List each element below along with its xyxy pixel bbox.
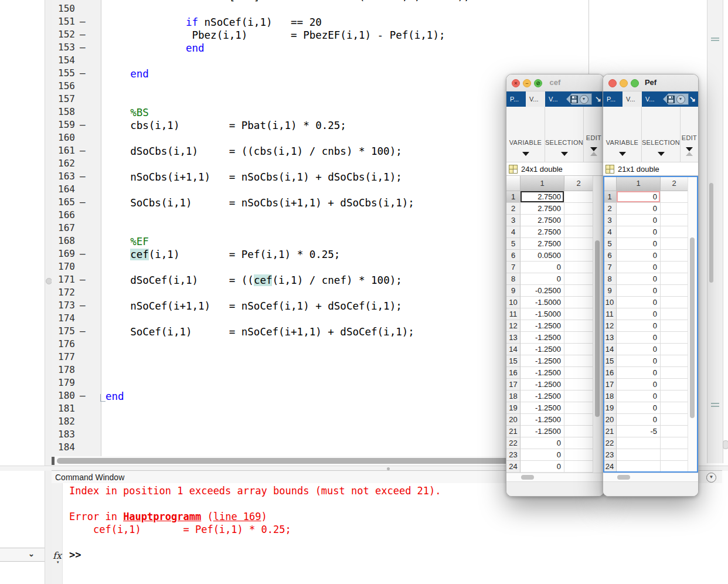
row-header[interactable]: 4 xyxy=(506,226,521,238)
cell[interactable] xyxy=(661,250,688,262)
row-header[interactable]: 15 xyxy=(603,355,617,367)
gutter-line[interactable]: 181 xyxy=(52,403,101,416)
cell[interactable] xyxy=(564,203,593,215)
gutter-line[interactable]: 171– xyxy=(52,274,101,287)
cell[interactable]: -1.2500 xyxy=(521,414,564,426)
gutter-line[interactable]: 182 xyxy=(52,416,101,429)
section-dropdown-icon[interactable] xyxy=(561,152,568,156)
gutter-line[interactable]: 166 xyxy=(52,209,101,222)
cell[interactable]: 2.7500 xyxy=(521,238,564,250)
gutter-line[interactable]: 173– xyxy=(52,300,101,313)
cell[interactable] xyxy=(564,215,593,226)
tab-plots[interactable]: P... xyxy=(603,91,622,107)
cef-hscrollbar[interactable] xyxy=(506,473,604,481)
column-header-2[interactable]: 2 xyxy=(564,176,593,191)
row-header[interactable]: 21 xyxy=(506,426,521,437)
row-header[interactable]: 17 xyxy=(506,379,521,391)
cell[interactable]: -1.2500 xyxy=(521,344,564,355)
cell[interactable]: 0 xyxy=(617,367,661,379)
pef-hscrollbar[interactable] xyxy=(603,473,698,481)
cell[interactable] xyxy=(564,414,593,426)
row-header[interactable]: 22 xyxy=(506,437,521,449)
cell[interactable]: -1.2500 xyxy=(521,320,564,332)
gutter-line[interactable]: 153– xyxy=(52,42,101,55)
cef-vscrollbar-thumb[interactable] xyxy=(595,240,600,417)
row-header[interactable]: 1 xyxy=(603,191,617,203)
section-dropdown-icon[interactable] xyxy=(619,152,626,156)
row-header[interactable]: 14 xyxy=(506,344,521,355)
tab-variable[interactable]: V... xyxy=(526,91,545,107)
cell[interactable] xyxy=(617,449,661,461)
code-line[interactable]: end xyxy=(101,42,589,55)
gutter-line[interactable]: 150 xyxy=(52,3,101,16)
row-header[interactable]: 20 xyxy=(506,414,521,426)
gutter-line[interactable]: 180– xyxy=(52,390,101,403)
cell[interactable] xyxy=(564,344,593,355)
cef-hscrollbar-thumb[interactable] xyxy=(521,475,534,480)
cell[interactable]: 0 xyxy=(617,262,661,273)
row-header[interactable]: 16 xyxy=(603,367,617,379)
gutter-line[interactable]: 152– xyxy=(52,29,101,42)
save-icon[interactable] xyxy=(570,96,578,103)
row-header[interactable]: 6 xyxy=(603,250,617,262)
cell[interactable] xyxy=(661,262,688,273)
gutter-line[interactable]: 164 xyxy=(52,184,101,196)
cell[interactable] xyxy=(564,449,593,461)
gutter-line[interactable]: 161– xyxy=(52,145,101,158)
cell[interactable] xyxy=(661,285,688,297)
cell[interactable] xyxy=(661,367,688,379)
section-collapse-icon[interactable] xyxy=(590,152,597,156)
cell[interactable] xyxy=(617,437,661,449)
code-line[interactable]: if nSoCef(i,1) == 20 xyxy=(101,16,589,29)
pef-hscrollbar-thumb[interactable] xyxy=(617,475,630,480)
cell[interactable] xyxy=(661,426,688,437)
cell[interactable]: 0 xyxy=(617,308,661,320)
gutter-line[interactable]: 165– xyxy=(52,196,101,209)
variable-window-cef[interactable]: × – ⊘ cef P... V... V... ▼ ↘ VARIABLE SE… xyxy=(506,74,604,497)
row-header[interactable]: 7 xyxy=(603,262,617,273)
row-header[interactable]: 15 xyxy=(506,355,521,367)
row-header[interactable]: 19 xyxy=(506,402,521,414)
gutter-line[interactable]: 174 xyxy=(52,313,101,325)
cell[interactable]: 0 xyxy=(617,215,661,226)
command-prompt[interactable]: >> xyxy=(69,549,81,561)
cell[interactable] xyxy=(661,449,688,461)
gutter-line[interactable]: 168 xyxy=(52,235,101,248)
row-header[interactable]: 10 xyxy=(506,297,521,308)
gutter-line[interactable]: 179 xyxy=(52,377,101,390)
cell[interactable]: -1.2500 xyxy=(521,379,564,391)
error-line-link[interactable]: line 169 xyxy=(213,511,261,522)
cell[interactable] xyxy=(661,414,688,426)
cell[interactable]: 0 xyxy=(521,437,564,449)
cell[interactable] xyxy=(661,437,688,449)
cell[interactable]: -1.5000 xyxy=(521,308,564,320)
gutter-line[interactable]: 163– xyxy=(52,171,101,184)
toolbar-dropdown-icon[interactable]: ▼ xyxy=(580,95,588,104)
dock-icon[interactable]: ↘ xyxy=(595,94,601,103)
row-header[interactable]: 2 xyxy=(603,203,617,215)
gutter-line[interactable]: 155– xyxy=(52,67,101,80)
cell[interactable]: -1.5000 xyxy=(521,297,564,308)
cell[interactable]: -1.2500 xyxy=(521,332,564,344)
gutter-line[interactable]: 162 xyxy=(52,158,101,171)
cell[interactable]: 0 xyxy=(617,344,661,355)
cell[interactable]: -1.2500 xyxy=(521,402,564,414)
cell[interactable]: 0 xyxy=(521,449,564,461)
tab-view[interactable]: V... xyxy=(642,91,661,107)
cell[interactable]: 0 xyxy=(617,250,661,262)
cell[interactable] xyxy=(661,226,688,238)
row-header[interactable]: 24 xyxy=(603,461,617,473)
cell[interactable] xyxy=(661,402,688,414)
cell[interactable]: 0 xyxy=(617,320,661,332)
tab-view[interactable]: V... xyxy=(545,91,564,107)
row-header[interactable]: 2 xyxy=(506,203,521,215)
cell[interactable]: 0 xyxy=(617,379,661,391)
cell[interactable]: 0 xyxy=(617,238,661,250)
cell[interactable]: 2.7500 xyxy=(521,191,564,203)
row-header[interactable]: 20 xyxy=(603,414,617,426)
cell[interactable] xyxy=(661,238,688,250)
cell[interactable]: -0.2500 xyxy=(521,285,564,297)
cell[interactable] xyxy=(661,297,688,308)
row-header[interactable]: 21 xyxy=(603,426,617,437)
cell[interactable] xyxy=(564,226,593,238)
